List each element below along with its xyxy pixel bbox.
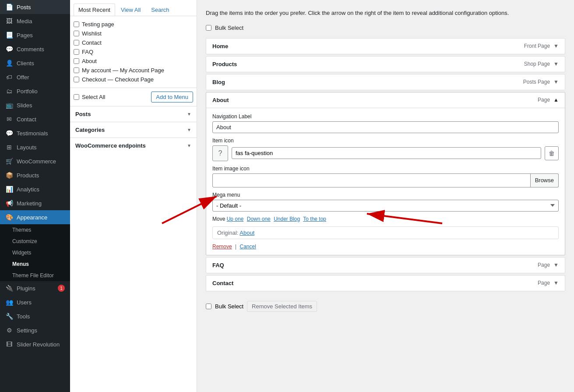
sidebar-item-tools[interactable]: 🔧 Tools: [0, 309, 70, 323]
sidebar-item-pages[interactable]: 📃 Pages: [0, 28, 70, 42]
move-to-top-link[interactable]: To the top: [303, 216, 326, 222]
left-panel: Most Recent View All Search Testing page…: [70, 0, 197, 392]
move-row: Move Up one Down one Under Blog To the t…: [212, 216, 559, 222]
icon-delete-button[interactable]: 🗑: [545, 146, 559, 160]
sidebar-item-media[interactable]: 🖼 Media: [0, 14, 70, 28]
sidebar-item-label: Plugins: [17, 285, 35, 292]
chevron-up-icon[interactable]: ▲: [553, 97, 559, 103]
menu-item-title-about: About: [212, 97, 229, 103]
menu-item-type-contact: Page: [538, 280, 550, 286]
bulk-select-top-checkbox[interactable]: [206, 25, 211, 31]
move-down-one-link[interactable]: Down one: [247, 216, 271, 222]
sidebar-item-slides[interactable]: 📺 Slides: [0, 98, 70, 112]
checklist-checkbox-about[interactable]: [74, 58, 79, 64]
submenu-item-widgets[interactable]: Widgets: [0, 247, 70, 258]
sidebar-item-analytics[interactable]: 📊 Analytics: [0, 182, 70, 196]
pages-checklist: Testing page Wishlist Contact FAQ About …: [70, 16, 197, 88]
accordion-categories: Categories ▼: [70, 122, 197, 138]
checklist-checkbox-contact[interactable]: [74, 40, 79, 46]
chevron-down-icon[interactable]: ▼: [553, 262, 559, 268]
select-all-checkbox[interactable]: [74, 94, 79, 100]
checklist-label: Checkout — Checkout Page: [82, 76, 154, 83]
accordion-header-posts[interactable]: Posts ▼: [70, 106, 197, 122]
browse-button[interactable]: Browse: [531, 173, 559, 187]
icon-text-input[interactable]: [232, 147, 541, 159]
list-item: Checkout — Checkout Page: [74, 75, 193, 84]
accordion-label: Posts: [75, 111, 91, 117]
woocommerce-icon: 🛒: [5, 158, 13, 165]
add-to-menu-button[interactable]: Add to Menu: [151, 92, 193, 102]
menu-item-right-about: Page ▲: [538, 97, 559, 103]
chevron-down-icon[interactable]: ▼: [553, 43, 559, 49]
item-image-icon-input[interactable]: [212, 173, 531, 187]
menu-item-type-faq: Page: [538, 262, 550, 268]
menu-item-right-home: Front Page ▼: [524, 43, 559, 49]
chevron-down-icon: ▼: [187, 143, 191, 148]
sidebar-item-label: Testimonials: [17, 130, 48, 137]
sidebar-item-users[interactable]: 👥 Users: [0, 295, 70, 309]
checklist-checkbox-faq[interactable]: [74, 49, 79, 55]
accordion-header-woocommerce-endpoints[interactable]: WooCommerce endpoints ▼: [70, 138, 197, 153]
bulk-select-bottom-checkbox[interactable]: [206, 304, 211, 309]
chevron-down-icon[interactable]: ▼: [553, 61, 559, 67]
testimonials-icon: 💬: [5, 130, 13, 137]
mega-menu-select[interactable]: - Default - Option 1 Option 2: [212, 200, 559, 212]
submenu-item-theme-file-editor[interactable]: Theme File Editor: [0, 270, 70, 281]
original-link[interactable]: About: [239, 230, 254, 236]
media-icon: 🖼: [5, 18, 13, 25]
sidebar-item-settings[interactable]: ⚙ Settings: [0, 323, 70, 337]
sidebar-item-testimonials[interactable]: 💬 Testimonials: [0, 126, 70, 140]
chevron-down-icon[interactable]: ▼: [553, 79, 559, 85]
menu-item-header-about: About Page ▲: [206, 92, 565, 108]
tab-search[interactable]: Search: [146, 4, 174, 16]
sidebar-item-woocommerce[interactable]: 🛒 WooCommerce: [0, 154, 70, 168]
original-row: Original: About: [212, 226, 559, 239]
menu-item-home: Home Front Page ▼: [206, 38, 565, 54]
menu-item-title-contact: Contact: [212, 280, 233, 286]
menu-item-right-faq: Page ▼: [538, 262, 559, 268]
bulk-select-top-label[interactable]: Bulk Select: [215, 25, 243, 31]
sidebar-item-comments[interactable]: 💬 Comments: [0, 42, 70, 56]
remove-link[interactable]: Remove: [212, 244, 232, 250]
select-all-label[interactable]: Select All: [74, 94, 105, 100]
sidebar-item-label: Media: [17, 18, 32, 25]
checklist-checkbox-wishlist[interactable]: [74, 31, 79, 36]
sidebar-item-offer[interactable]: 🏷 Offer: [0, 70, 70, 84]
submenu-item-customize[interactable]: Customize: [0, 236, 70, 247]
tab-most-recent[interactable]: Most Recent: [74, 4, 115, 16]
sidebar-item-appearance[interactable]: 🎨 Appearance: [0, 210, 70, 224]
sidebar-item-marketing[interactable]: 📢 Marketing: [0, 196, 70, 210]
move-under-blog-link[interactable]: Under Blog: [274, 216, 300, 222]
sidebar-item-layouts[interactable]: ⊞ Layouts: [0, 140, 70, 154]
submenu-item-themes[interactable]: Themes: [0, 224, 70, 236]
move-label: Move: [212, 216, 227, 222]
slider-revolution-icon: 🎞: [5, 341, 13, 348]
sidebar-item-plugins[interactable]: 🔌 Plugins 1: [0, 281, 70, 295]
sidebar-item-portfolio[interactable]: 🗂 Portfolio: [0, 84, 70, 98]
sidebar-item-products[interactable]: 📦 Products: [0, 168, 70, 182]
checklist-label: About: [82, 58, 97, 64]
sidebar-item-clients[interactable]: 👤 Clients: [0, 56, 70, 70]
checklist-checkbox-my-account[interactable]: [74, 67, 79, 73]
accordion-header-categories[interactable]: Categories ▼: [70, 122, 197, 138]
chevron-down-icon[interactable]: ▼: [553, 280, 559, 286]
remove-selected-button[interactable]: Remove Selected Items: [247, 301, 317, 312]
chevron-down-icon: ▼: [187, 112, 191, 117]
cancel-link[interactable]: Cancel: [239, 244, 256, 250]
bulk-select-bottom-label[interactable]: Bulk Select: [215, 303, 243, 310]
menu-item-title-faq: FAQ: [212, 262, 224, 268]
checklist-checkbox-checkout[interactable]: [74, 77, 79, 82]
navigation-label-input[interactable]: [212, 121, 559, 133]
checklist-label: My account — My Account Page: [82, 67, 164, 74]
tab-view-all[interactable]: View All: [116, 4, 145, 16]
sidebar-item-posts[interactable]: 📄 Posts: [0, 0, 70, 14]
item-image-icon-label: Item image icon: [212, 166, 559, 172]
checklist-checkbox-testing-page[interactable]: [74, 21, 79, 27]
sidebar-item-contact[interactable]: ✉ Contact: [0, 112, 70, 126]
move-up-one-link[interactable]: Up one: [227, 216, 244, 222]
submenu-item-menus[interactable]: Menus: [0, 258, 70, 270]
sidebar-item-label: Portfolio: [17, 88, 38, 95]
sidebar-item-label: Posts: [17, 4, 31, 11]
sidebar-item-slider-revolution[interactable]: 🎞 Slider Revolution: [0, 337, 70, 351]
users-icon: 👥: [5, 299, 13, 306]
